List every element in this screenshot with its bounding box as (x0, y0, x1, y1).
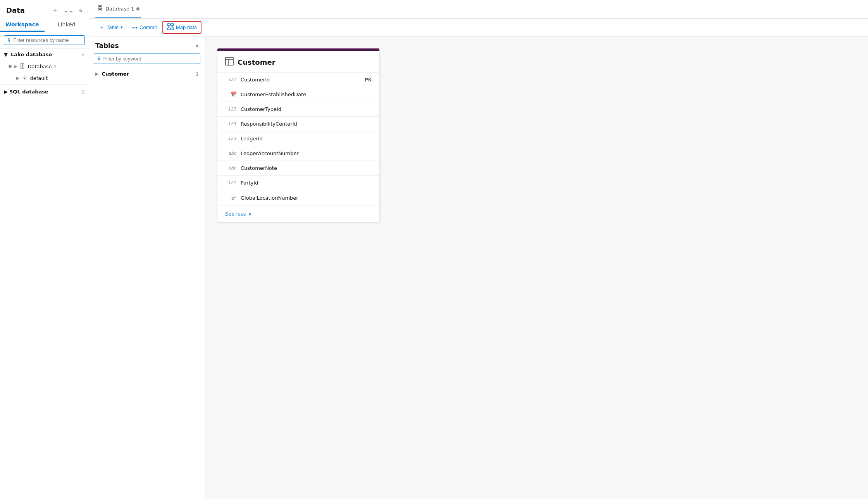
field-name: LedgerAccountNumber (241, 150, 372, 156)
field-name: CustomerNote (241, 165, 372, 171)
svg-rect-1 (171, 24, 174, 26)
tables-filter-input[interactable] (103, 56, 197, 62)
see-less-label: See less (225, 211, 246, 217)
add-button[interactable]: ＋ (50, 5, 60, 15)
detail-panel: Customer 121 CustomerId PK 📅 CustomerEst… (205, 36, 868, 499)
db-icon: 🗄 (19, 63, 25, 70)
field-type-icon: 121 (225, 77, 236, 82)
field-name: CustomerTypeId (241, 106, 372, 112)
field-row-globallocation: ex GlobalLocationNumber (217, 190, 379, 205)
field-row-typeid: 123 CustomerTypeId (217, 102, 379, 117)
field-name: CustomerEstablishedDate (241, 92, 372, 97)
chevron-right-icon: ▶ (95, 71, 98, 76)
field-row-responsibility: 123 ResponsibilityCenterId (217, 117, 379, 131)
collapse-tables-button[interactable]: « (195, 42, 199, 49)
sidebar-title: Data (6, 6, 25, 14)
see-less-button[interactable]: See less ∧ (217, 205, 379, 222)
svg-rect-2 (167, 28, 170, 30)
tables-filter-wrap: ⊽ (94, 54, 200, 64)
modified-dot (136, 7, 140, 10)
database1-tab[interactable]: 🗄 Database 1 (95, 0, 141, 18)
table-grid-icon (225, 57, 234, 67)
chevron-up-icon: ∧ (248, 211, 252, 217)
field-row-date: 📅 CustomerEstablishedDate (217, 87, 379, 102)
sql-database-count: 2 (82, 89, 85, 95)
main-area: 🗄 Database 1 ＋ Table ▾ ⊶ Commit (89, 0, 868, 499)
content-area: Tables « ⊽ ▶ Customer 1 (89, 36, 868, 499)
svg-rect-0 (167, 24, 170, 26)
card-title: Customer (238, 58, 276, 66)
lake-database-count: 2 (82, 52, 85, 57)
sidebar: Data ＋ ⌄⌄ « Workspace Linked ⊽ ▼ Lake da… (0, 0, 89, 499)
database1-item[interactable]: ▶ 🗄 Database 1 (0, 60, 89, 72)
svg-rect-3 (171, 28, 174, 30)
db-icon: 🗄 (22, 74, 28, 81)
tree-divider (0, 85, 89, 85)
field-row-ledgerid: 123 LedgerId (217, 131, 379, 146)
field-list: 121 CustomerId PK 📅 CustomerEstablishedD… (217, 73, 379, 205)
field-name: PartyId (241, 180, 372, 186)
field-type-icon: 123 (225, 121, 236, 126)
dot-icon (9, 65, 12, 68)
field-name: LedgerId (241, 136, 372, 142)
list-item[interactable]: ▶ Customer 1 (89, 68, 205, 80)
field-type-icon: 121 (225, 180, 236, 185)
sql-database-group[interactable]: ▶ SQL database 2 (0, 86, 89, 98)
field-name: ResponsibilityCenterId (241, 121, 372, 127)
field-type-icon: abc (225, 151, 236, 156)
field-type-icon: 123 (225, 136, 236, 141)
field-row-customernote: abc CustomerNote (217, 161, 379, 176)
sql-database-label: SQL database (9, 89, 48, 95)
field-pk-badge: PK (365, 77, 372, 83)
table-label: Table (107, 24, 119, 30)
filter-icon: ⊽ (97, 56, 101, 62)
tables-panel: Tables « ⊽ ▶ Customer 1 (89, 36, 205, 499)
tab-workspace[interactable]: Workspace (0, 18, 45, 32)
sidebar-actions: ＋ ⌄⌄ « (50, 5, 84, 15)
customer-card: Customer 121 CustomerId PK 📅 CustomerEst… (217, 48, 380, 223)
database-tab-icon: 🗄 (97, 5, 103, 12)
plus-icon: ＋ (99, 24, 105, 31)
tables-header: Tables « (89, 36, 205, 54)
commit-button[interactable]: ⊶ Commit (128, 22, 161, 33)
expand-button[interactable]: ⌄⌄ (62, 6, 75, 15)
database1-label: Database 1 (28, 64, 85, 69)
field-type-icon: 📅 (225, 92, 236, 97)
field-row-ledgeraccount: abc LedgerAccountNumber (217, 146, 379, 161)
commit-label: Commit (140, 24, 157, 30)
field-name: GlobalLocationNumber (241, 195, 372, 201)
card-header: Customer (217, 51, 379, 73)
chevron-down-icon: ▾ (121, 25, 123, 30)
filter-input-wrap: ⊽ (4, 35, 85, 45)
default-item[interactable]: ▶ 🗄 default (0, 72, 89, 84)
lake-database-label: Lake database (11, 52, 52, 57)
field-row-customerid: 121 CustomerId PK (217, 73, 379, 87)
table-button[interactable]: ＋ Table ▾ (95, 22, 127, 33)
tables-title: Tables (95, 42, 119, 50)
table-list: ▶ Customer 1 (89, 68, 205, 499)
chevron-right-icon: ▶ (14, 64, 17, 69)
table-count: 1 (196, 71, 199, 77)
field-type-icon: abc (225, 166, 236, 171)
chevron-down-icon: ▼ (4, 52, 8, 57)
chevron-right-icon: ▶ (4, 89, 8, 95)
collapse-sidebar-button[interactable]: « (78, 6, 84, 15)
filter-input[interactable] (14, 37, 81, 43)
lake-database-group[interactable]: ▼ Lake database 2 (0, 48, 89, 60)
commit-icon: ⊶ (132, 24, 138, 31)
map-data-button[interactable]: Map data (162, 21, 202, 34)
filter-bar: ⊽ (0, 32, 89, 48)
map-data-icon (167, 23, 174, 31)
map-data-label: Map data (176, 24, 197, 30)
chevron-right-icon: ▶ (16, 76, 19, 81)
filter-icon: ⊽ (7, 37, 11, 43)
top-tab-bar: 🗄 Database 1 (89, 0, 868, 19)
tables-filter: ⊽ (89, 54, 205, 68)
default-label: default (30, 75, 85, 81)
toolbar: ＋ Table ▾ ⊶ Commit Map data (89, 19, 868, 36)
tree-section: ▼ Lake database 2 ▶ 🗄 Database 1 ▶ 🗄 def… (0, 48, 89, 499)
tab-linked[interactable]: Linked (45, 18, 89, 32)
field-row-partyid: 121 PartyId (217, 176, 379, 190)
sidebar-tabs: Workspace Linked (0, 18, 89, 32)
svg-rect-8 (226, 57, 233, 65)
